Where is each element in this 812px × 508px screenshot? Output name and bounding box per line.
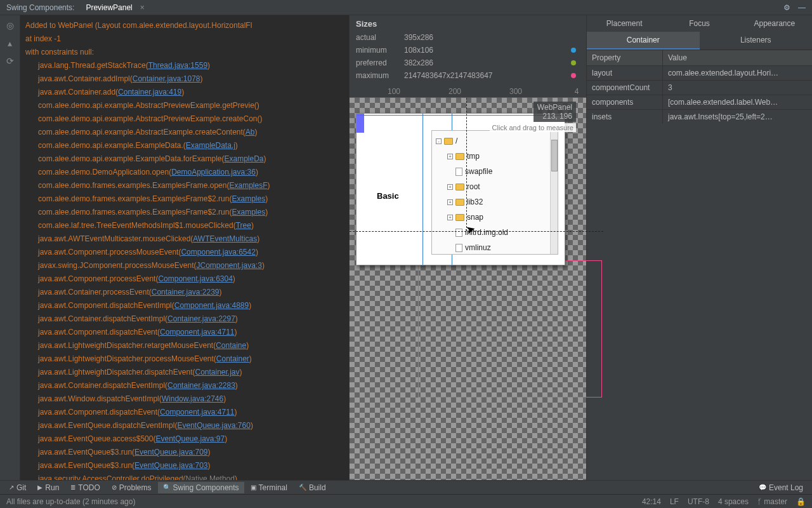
expander-icon[interactable]: + <box>447 199 453 205</box>
editor-tab[interactable]: PreviewPanel <box>81 2 137 13</box>
props-tab[interactable]: Focus <box>662 15 737 32</box>
preview-panel[interactable]: Basic -/+tmpswapfile+root+lib32+snapinit… <box>356 113 565 265</box>
sizes-block: Sizes actual395x286minimum108x106preferr… <box>350 15 586 86</box>
guide-line <box>422 114 423 265</box>
property-row[interactable]: layoutcom.alee.extended.layout.Hori… <box>587 65 812 80</box>
tree-item[interactable]: -/ <box>432 133 558 149</box>
coord-badge: WebPanel 213, 196 <box>534 102 576 122</box>
stack-trace-pane[interactable]: Added to WebPanel (Layout com.alee.exten… <box>20 15 349 480</box>
tree-item[interactable]: initrd.img.old <box>432 225 558 240</box>
basic-label: Basic <box>377 191 399 201</box>
file-tree[interactable]: -/+tmpswapfile+root+lib32+snapinitrd.img… <box>431 130 558 255</box>
toolwindow-button[interactable]: 🔍Swing Components <box>158 482 244 493</box>
props-subtab[interactable]: Listeners <box>700 32 813 50</box>
folder-icon <box>455 153 464 160</box>
properties-column: PlacementFocusAppearance ContainerListen… <box>586 15 812 480</box>
props-tab[interactable]: Appearance <box>737 15 812 32</box>
folder-icon <box>455 199 464 206</box>
scrollbar[interactable] <box>550 131 558 254</box>
crosshair-h <box>350 231 603 232</box>
caret-pos[interactable]: 42:14 <box>642 497 661 506</box>
up-arrow-icon[interactable]: ▴ <box>8 38 12 48</box>
folder-icon <box>455 214 464 221</box>
expander-icon[interactable]: + <box>447 184 453 190</box>
props-subtab[interactable]: Container <box>587 32 700 50</box>
size-row: minimum108x106 <box>356 44 580 57</box>
encoding[interactable]: UTF-8 <box>688 497 709 506</box>
toolwindow-button[interactable]: ▶Run <box>32 482 64 493</box>
preview-canvas[interactable]: Basic -/+tmpswapfile+root+lib32+snapinit… <box>350 97 586 480</box>
props-tab[interactable]: Placement <box>587 15 662 32</box>
size-row: preferred382x286 <box>356 57 580 69</box>
measure-hint: Click and drag to measure <box>490 123 576 132</box>
file-icon <box>455 229 462 237</box>
minimize-icon[interactable]: — <box>798 3 806 12</box>
folder-icon <box>444 138 453 145</box>
line-sep[interactable]: LF <box>670 497 679 506</box>
status-message: All files are up-to-date (2 minutes ago) <box>6 497 135 506</box>
refresh-icon[interactable]: ⟳ <box>6 56 14 66</box>
props-header: PropertyValue <box>587 50 812 65</box>
sizes-title: Sizes <box>356 19 580 29</box>
target-icon[interactable]: ◎ <box>6 20 14 30</box>
left-gutter: ◎ ▴ ⟳ <box>0 15 20 480</box>
property-row[interactable]: componentCount3 <box>587 80 812 95</box>
lock-icon[interactable]: 🔒 <box>796 497 806 506</box>
file-icon <box>455 168 462 176</box>
folder-icon <box>455 184 464 190</box>
size-row: actual395x286 <box>356 31 580 44</box>
status-bar: All files are up-to-date (2 minutes ago)… <box>0 494 812 508</box>
crosshair-v <box>466 98 467 231</box>
tree-item[interactable]: +root <box>432 179 558 194</box>
tree-item[interactable]: vmlinuz <box>432 240 558 255</box>
preview-column: Sizes actual395x286minimum108x106preferr… <box>349 15 586 480</box>
tool-window-bar: ↗Git▶Run≣TODO⊘Problems🔍Swing Components▣… <box>0 480 812 494</box>
toolwindow-button[interactable]: 🔨Build <box>294 482 331 493</box>
horizontal-ruler: 1002003004 <box>350 86 586 97</box>
toolwindow-button[interactable]: ▣Terminal <box>246 482 292 493</box>
props-tab-row-2: ContainerListeners <box>587 32 812 50</box>
event-log-button[interactable]: 💬Event Log <box>754 482 808 493</box>
props-tab-row-1: PlacementFocusAppearance <box>587 15 812 32</box>
expander-icon[interactable]: - <box>436 138 442 144</box>
selection-marker <box>357 114 364 133</box>
tree-item[interactable]: swapfile <box>432 164 558 179</box>
close-icon[interactable]: × <box>140 3 145 12</box>
size-row: maximum2147483647x2147483647 <box>356 69 580 82</box>
tree-item[interactable]: +lib32 <box>432 194 558 210</box>
max-bounds-outline <box>418 260 602 398</box>
indent[interactable]: 4 spaces <box>718 497 749 506</box>
tree-item[interactable]: +snap <box>432 210 558 225</box>
top-bar: Swing Components: PreviewPanel × ⚙ — <box>0 0 812 15</box>
property-row[interactable]: insetsjava.awt.Insets[top=25,left=2… <box>587 109 812 124</box>
breadcrumb: Swing Components: <box>6 3 74 12</box>
toolwindow-button[interactable]: ≣TODO <box>65 482 105 493</box>
git-branch[interactable]: ᚶ master <box>757 497 787 506</box>
file-icon <box>455 244 462 252</box>
toolwindow-button[interactable]: ↗Git <box>4 482 31 493</box>
property-row[interactable]: components[com.alee.extended.label.Web… <box>587 95 812 109</box>
expander-icon[interactable]: + <box>447 154 453 159</box>
toolwindow-button[interactable]: ⊘Problems <box>107 482 157 493</box>
gear-icon[interactable]: ⚙ <box>783 3 790 12</box>
tree-item[interactable]: +tmp <box>432 149 558 164</box>
expander-icon[interactable]: + <box>447 215 453 220</box>
